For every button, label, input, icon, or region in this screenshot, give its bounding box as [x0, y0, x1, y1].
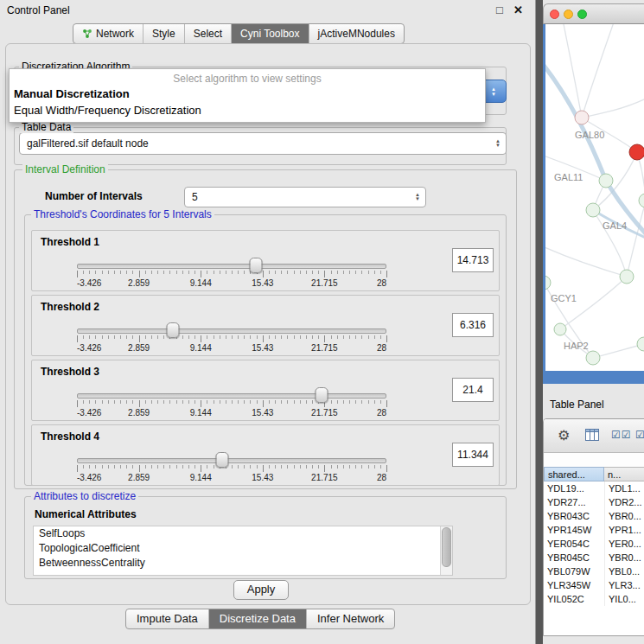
list-scrollbar[interactable]: [440, 526, 452, 575]
table-row[interactable]: YDR27...YDR2...: [544, 495, 644, 509]
slider-track[interactable]: [77, 393, 386, 399]
table-row[interactable]: YBR045CYBR0...: [544, 551, 644, 564]
scale-label: 2.859: [128, 343, 150, 353]
slider-track[interactable]: [77, 328, 386, 334]
network-node[interactable]: [639, 194, 644, 207]
tab-style[interactable]: Style: [143, 24, 185, 43]
network-node-red[interactable]: [629, 144, 644, 160]
slider-thumb[interactable]: [315, 387, 328, 403]
network-node[interactable]: [545, 276, 551, 290]
slider-thumb[interactable]: [216, 452, 229, 468]
minimize-traffic-light[interactable]: [564, 10, 573, 19]
table-data-combo[interactable]: galFiltered.sif default node ▲ ▼: [19, 132, 507, 155]
scale-label: 2.859: [128, 408, 150, 418]
table-row[interactable]: YPR145WYPR1...: [544, 523, 644, 537]
network-canvas[interactable]: GAL80 GAL11 GAL4 GCY1 HAP2: [545, 24, 644, 371]
tab-jactivemnodules[interactable]: jActiveMNodules: [309, 24, 404, 43]
tab-cyni-toolbox[interactable]: Cyni Toolbox: [232, 24, 309, 43]
slider-track[interactable]: [77, 264, 386, 269]
slider-track[interactable]: [77, 458, 386, 463]
scale-label: 21.715: [311, 408, 338, 418]
scale-label: 28: [377, 343, 386, 353]
table-row[interactable]: YBR043CYBR0...: [544, 509, 644, 523]
table-row[interactable]: YER054CYER0...: [544, 537, 644, 551]
checkbox-icon: ☑: [622, 429, 632, 441]
scale-label: 2.859: [128, 278, 150, 288]
threshold-3-panel: Threshold 3 -3.426 2.859 9.144 15.43 21.…: [31, 360, 500, 421]
threshold-value-field[interactable]: 11.344: [452, 443, 494, 467]
network-node[interactable]: [637, 337, 644, 351]
spinner-down-icon: ▼: [415, 197, 420, 201]
select-rows-icon[interactable]: ☑: [635, 429, 644, 441]
columns-icon[interactable]: [585, 429, 599, 441]
float-window-icon[interactable]: □: [496, 3, 503, 16]
scrollbar-thumb[interactable]: [442, 527, 451, 567]
list-item[interactable]: SelfLoops: [34, 526, 452, 541]
tab-style-label: Style: [152, 24, 175, 43]
network-node[interactable]: [599, 174, 613, 188]
table-row[interactable]: YDL19...YDL1...: [544, 481, 644, 495]
option-manual-discretization[interactable]: Manual Discretization: [10, 86, 485, 102]
table-data-combo-value: galFiltered.sif default node: [20, 137, 149, 150]
network-node[interactable]: [575, 111, 589, 124]
network-node[interactable]: [586, 203, 600, 217]
table-toolbar-gap: [544, 453, 644, 467]
combo-spinner-icon: ▲ ▼: [415, 193, 425, 201]
option-equal-width-frequency[interactable]: Equal Width/Frequency Discretization: [10, 102, 485, 118]
scale-label: 21.715: [311, 278, 338, 288]
table-panel-title: Table Panel: [550, 399, 604, 411]
apply-button[interactable]: Apply: [233, 580, 289, 600]
list-item[interactable]: BetweennessCentrality: [34, 556, 452, 571]
table-row[interactable]: YBL079WYBL0...: [544, 564, 644, 578]
scale-label: -3.426: [77, 473, 101, 482]
close-icon[interactable]: ✕: [513, 3, 523, 16]
tab-network[interactable]: Network: [73, 24, 143, 43]
list-item[interactable]: TopologicalCoefficient: [34, 541, 452, 556]
panel-title: Control Panel: [7, 4, 70, 16]
network-node[interactable]: [586, 351, 600, 365]
threshold-1-slider[interactable]: -3.426 2.859 9.144 15.43 21.715 28: [77, 257, 386, 290]
panel-divider[interactable]: [536, 0, 543, 644]
threshold-2-panel: Threshold 2 -3.426 2.859 9.144 15.43 21.…: [31, 295, 500, 356]
network-view-frame: GAL80 GAL11 GAL4 GCY1 HAP2: [543, 24, 644, 384]
control-panel: Control Panel □ ✕ Network Style Select C…: [0, 0, 536, 644]
bottom-tabbar: Impute Data Discretize Data Infer Networ…: [125, 609, 395, 629]
column-header-shared-name[interactable]: shared...: [544, 467, 604, 481]
table-row[interactable]: YLR345WYLR3...: [544, 578, 644, 592]
tab-impute-data[interactable]: Impute Data: [126, 609, 209, 628]
table-row[interactable]: YIL052CYIL0...: [544, 592, 644, 606]
select-columns-icon[interactable]: ☑☑: [611, 429, 632, 441]
tab-network-label: Network: [96, 24, 134, 43]
tab-discretize-data[interactable]: Discretize Data: [209, 609, 307, 628]
table-panel-window: ⚙ ☑☑ ☑ shared... n... YDL19...YDL1... YD…: [543, 418, 644, 636]
network-node[interactable]: [620, 270, 634, 284]
column-header-name[interactable]: n...: [604, 467, 644, 481]
num-intervals-combo[interactable]: 5 ▲ ▼: [184, 187, 426, 207]
threshold-value-field[interactable]: 6.316: [452, 313, 494, 337]
interval-definition-label: Interval Definition: [22, 163, 108, 175]
tab-infer-network[interactable]: Infer Network: [307, 609, 394, 628]
network-edges: [545, 24, 644, 358]
tab-select[interactable]: Select: [185, 24, 232, 43]
threshold-value-field[interactable]: 14.713: [452, 248, 494, 272]
scale-label: 21.715: [311, 343, 338, 353]
gear-icon[interactable]: ⚙: [558, 427, 570, 443]
threshold-4-slider[interactable]: -3.426 2.859 9.144 15.43 21.715 28: [77, 451, 386, 484]
zoom-traffic-light[interactable]: [577, 10, 587, 19]
threshold-2-slider[interactable]: -3.426 2.859 9.144 15.43 21.715 28: [77, 322, 386, 354]
num-intervals-value: 5: [185, 191, 198, 203]
close-traffic-light[interactable]: [550, 10, 559, 19]
scale-label: -3.426: [77, 278, 101, 288]
scale-label: 15.43: [252, 408, 273, 418]
table-body: YDL19...YDL1... YDR27...YDR2... YBR043CY…: [544, 481, 644, 606]
threshold-value-field[interactable]: 21.4: [452, 378, 494, 402]
network-window-titlebar[interactable]: [543, 3, 644, 24]
slider-thumb[interactable]: [249, 258, 262, 273]
threshold-label: Threshold 1: [41, 236, 99, 248]
network-node[interactable]: [554, 323, 566, 335]
threshold-3-slider[interactable]: -3.426 2.859 9.144 15.43 21.715 28: [77, 386, 386, 419]
threshold-label: Threshold 2: [41, 301, 99, 313]
slider-ticks: [77, 465, 387, 472]
slider-thumb[interactable]: [166, 322, 179, 338]
scale-label: 9.144: [190, 473, 212, 482]
